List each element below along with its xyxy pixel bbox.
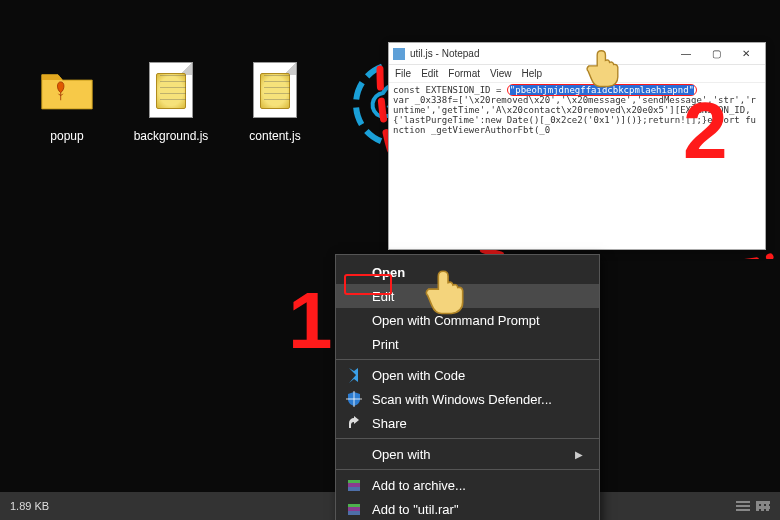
ctx-label: Add to "util.rar" xyxy=(372,502,583,517)
selected-extension-id: "pbeohjmjdnegffaidcbkcpmlaehiapnd" xyxy=(510,85,694,95)
ctx-label: Open with Command Prompt xyxy=(372,313,583,328)
ctx-label: Share xyxy=(372,416,583,431)
notepad-icon xyxy=(393,48,405,60)
notepad-menubar: File Edit Format View Help xyxy=(389,65,765,83)
script-file-icon xyxy=(245,55,305,125)
code-text: const EXTENSION_ID = xyxy=(393,85,507,95)
ctx-separator xyxy=(336,438,599,439)
ctx-separator xyxy=(336,359,599,360)
view-grid-icon[interactable] xyxy=(756,501,770,511)
winrar-icon xyxy=(346,477,362,493)
svg-rect-5 xyxy=(348,480,360,483)
ctx-open-with[interactable]: Open with ▶ xyxy=(336,442,599,466)
shield-icon xyxy=(346,391,362,407)
ctx-scan-defender[interactable]: Scan with Windows Defender... xyxy=(336,387,599,411)
svg-rect-6 xyxy=(348,487,360,491)
ctx-open-cmd[interactable]: Open with Command Prompt xyxy=(336,308,599,332)
context-menu: Open Edit Open with Command Prompt Print… xyxy=(335,254,600,520)
ctx-separator xyxy=(336,469,599,470)
maximize-button[interactable]: ▢ xyxy=(701,45,731,63)
notepad-titlebar[interactable]: util.js - Notepad — ▢ ✕ xyxy=(389,43,765,65)
close-button[interactable]: ✕ xyxy=(731,45,761,63)
code-text: var _0x338f=['\x20removed\x20','\x20mess… xyxy=(393,95,756,135)
notepad-window: util.js - Notepad — ▢ ✕ File Edit Format… xyxy=(388,42,766,250)
notepad-text-area[interactable]: const EXTENSION_ID = "pbeohjmjdnegffaidc… xyxy=(389,83,765,249)
item-label: popup xyxy=(50,129,83,143)
ctx-open[interactable]: Open xyxy=(336,260,599,284)
vscode-icon xyxy=(346,367,362,383)
ctx-label: Scan with Windows Defender... xyxy=(372,392,583,407)
notepad-title: util.js - Notepad xyxy=(410,48,671,59)
menu-view[interactable]: View xyxy=(490,68,512,79)
ctx-add-archive[interactable]: Add to archive... xyxy=(336,473,599,497)
chevron-right-icon: ▶ xyxy=(575,449,583,460)
ctx-label: Open xyxy=(372,265,583,280)
item-label: background.js xyxy=(134,129,209,143)
folder-icon xyxy=(37,55,97,125)
ctx-label: Open with Code xyxy=(372,368,583,383)
ctx-label: Edit xyxy=(372,289,583,304)
menu-format[interactable]: Format xyxy=(448,68,480,79)
ctx-label: Open with xyxy=(372,447,565,462)
file-content-js[interactable]: content.js xyxy=(233,55,317,143)
ctx-share[interactable]: Share xyxy=(336,411,599,435)
item-label: content.js xyxy=(249,129,300,143)
svg-rect-9 xyxy=(348,511,360,515)
svg-rect-8 xyxy=(348,504,360,507)
winrar-icon xyxy=(346,501,362,517)
file-background-js[interactable]: background.js xyxy=(129,55,213,143)
menu-help[interactable]: Help xyxy=(522,68,543,79)
ctx-print[interactable]: Print xyxy=(336,332,599,356)
menu-file[interactable]: File xyxy=(395,68,411,79)
ctx-open-with-code[interactable]: Open with Code xyxy=(336,363,599,387)
script-file-icon xyxy=(141,55,201,125)
view-list-icon[interactable] xyxy=(736,501,750,511)
menu-edit[interactable]: Edit xyxy=(421,68,438,79)
ctx-add-rar[interactable]: Add to "util.rar" xyxy=(336,497,599,520)
ctx-edit[interactable]: Edit xyxy=(336,284,599,308)
ctx-label: Add to archive... xyxy=(372,478,583,493)
svg-rect-3 xyxy=(346,398,362,400)
ctx-label: Print xyxy=(372,337,583,352)
share-icon xyxy=(346,415,362,431)
minimize-button[interactable]: — xyxy=(671,45,701,63)
folder-popup[interactable]: popup xyxy=(25,55,109,143)
status-size: 1.89 KB xyxy=(10,500,49,512)
